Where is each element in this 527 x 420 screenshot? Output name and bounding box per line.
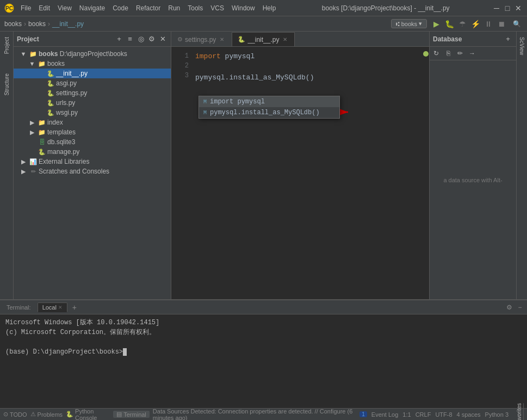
stop-button[interactable]: ⏹	[495, 18, 507, 30]
breadcrumb-file[interactable]: __init__.py	[52, 20, 84, 28]
todo-button[interactable]: ⊙ TODO	[3, 411, 27, 418]
menu-view[interactable]: View	[54, 3, 75, 13]
db-add-button[interactable]: +	[503, 34, 513, 44]
menu-bar[interactable]: File Edit View Navigate Code Refactor Ru…	[17, 3, 279, 13]
collapse-icon: ▼	[19, 50, 28, 58]
python-file-icon: 🐍	[46, 79, 55, 88]
file-tree: ▼ 📁 books D:\djangoProject\books ▼ 📁 boo…	[14, 47, 171, 299]
tree-file-label: db.sqlite3	[47, 138, 75, 146]
debug-button[interactable]: 🐛	[443, 18, 455, 30]
database-panel: Database + ↻ ⎘ ✏ → a data source with Al…	[429, 32, 516, 299]
menu-refactor[interactable]: Refactor	[133, 3, 164, 13]
menu-help[interactable]: Help	[259, 3, 280, 13]
menu-tools[interactable]: Tools	[184, 3, 206, 13]
position-indicator[interactable]: 1:1	[402, 411, 411, 418]
run-toolbar: ▶ 🐛 ☂ ⚡ ⏸ ⏹	[430, 18, 507, 30]
window-controls[interactable]: ─ □ ✕	[492, 4, 523, 13]
autocomplete-item-1[interactable]: M pymysql.install_as_MySQLdb()	[199, 107, 339, 118]
project-title: Project	[17, 35, 112, 43]
chevron-down-icon: ▾	[419, 20, 422, 27]
indent-selector[interactable]: 4 spaces	[457, 411, 481, 418]
db-copy-button[interactable]: ⎘	[443, 48, 454, 59]
spacer-icon	[36, 79, 45, 88]
tree-item-scratches[interactable]: ▶ ✏ Scratches and Consoles	[14, 166, 171, 176]
tree-item-books-folder[interactable]: ▼ 📁 books	[14, 59, 171, 69]
terminal-content[interactable]: Microsoft Windows [版本 10.0.19042.1415] (…	[0, 314, 527, 408]
search-everywhere-button[interactable]: 🔍	[511, 18, 523, 30]
python-console-button[interactable]: 🐍 Python Console	[66, 408, 110, 421]
tree-file-label: wsgi.py	[56, 109, 78, 116]
tree-folder-label: templates	[47, 128, 76, 136]
code-content[interactable]: import pymysql pymysql.install_as_MySQLd…	[193, 47, 423, 299]
run-button[interactable]: ▶	[430, 18, 442, 30]
tree-item-settings[interactable]: 🐍 settings.py	[14, 88, 171, 98]
profile-button[interactable]: ⚡	[469, 18, 481, 30]
problems-button[interactable]: ⚠ Problems	[30, 411, 63, 418]
spacer-icon	[36, 89, 45, 97]
db-arrow-button[interactable]: →	[467, 48, 478, 59]
terminal-tab-label[interactable]: Terminal:	[2, 303, 35, 312]
new-terminal-button[interactable]: +	[70, 302, 79, 312]
collapse-all-button[interactable]: ≡	[125, 34, 135, 44]
tree-item-urls[interactable]: 🐍 urls.py	[14, 98, 171, 108]
hide-panel-button[interactable]: ✕	[158, 34, 168, 44]
local-tab-close[interactable]: ✕	[58, 305, 63, 310]
branch-selector[interactable]: ⑆ books ▾	[391, 19, 427, 28]
terminal-settings-button[interactable]: ⚙	[504, 302, 514, 312]
app-logo: PC	[4, 3, 14, 13]
scview-tab[interactable]: ScView	[518, 34, 526, 58]
autocomplete-item-0[interactable]: M import pymysql	[199, 96, 339, 107]
tree-folder-label: books	[47, 60, 65, 67]
event-log-button[interactable]: Event Log	[371, 411, 399, 418]
tree-item-external-libs[interactable]: ▶ 📊 External Libraries	[14, 157, 171, 166]
menu-navigate[interactable]: Navigate	[76, 3, 108, 13]
tree-item-templates[interactable]: ▶ 📁 templates	[14, 127, 171, 137]
menu-vcs[interactable]: VCS	[207, 3, 227, 13]
code-line-3: pymysql.install_as_MySQLdb()	[195, 72, 420, 83]
tab-init[interactable]: 🐍 __init__.py ✕	[232, 32, 295, 46]
settings-gear-button[interactable]: ⚙	[147, 34, 157, 44]
menu-window[interactable]: Window	[228, 3, 258, 13]
code-editor[interactable]: 1 2 3 import pymysql pymysql.install_as_…	[171, 47, 429, 299]
folder-icon: 📊	[29, 157, 38, 166]
tab-init-close[interactable]: ✕	[281, 36, 289, 44]
project-toolbar: + ≡ ◎ ⚙ ✕	[114, 34, 168, 44]
menu-edit[interactable]: Edit	[35, 3, 53, 13]
favorites-tab[interactable]: Favorites	[515, 403, 524, 420]
terminal-minimize-button[interactable]: −	[515, 302, 525, 312]
new-file-button[interactable]: +	[114, 34, 124, 44]
statusbar: ⊙ TODO ⚠ Problems 🐍 Python Console ▤ Ter…	[0, 408, 527, 420]
tree-item-index[interactable]: ▶ 📁 index	[14, 118, 171, 127]
locate-file-button[interactable]: ◎	[136, 34, 146, 44]
maximize-button[interactable]: □	[503, 4, 512, 13]
tree-item-db[interactable]: 🗄 db.sqlite3	[14, 137, 171, 147]
minimize-button[interactable]: ─	[492, 4, 501, 13]
tree-item-init[interactable]: 🐍 __init__.py	[14, 69, 171, 78]
terminal-status-button[interactable]: ▤ Terminal	[113, 411, 150, 418]
breadcrumb-books-root[interactable]: books	[4, 20, 22, 28]
menu-file[interactable]: File	[17, 3, 34, 13]
coverage-button[interactable]: ☂	[456, 18, 468, 30]
tab-settings-close[interactable]: ✕	[218, 36, 226, 44]
close-button[interactable]: ✕	[514, 4, 523, 13]
tree-item-manage[interactable]: 🐍 manage.py	[14, 147, 171, 157]
pause-button[interactable]: ⏸	[482, 18, 494, 30]
menu-run[interactable]: Run	[165, 3, 183, 13]
menu-code[interactable]: Code	[109, 3, 132, 13]
tab-local[interactable]: Local ✕	[38, 302, 67, 312]
tree-item-root[interactable]: ▼ 📁 books D:\djangoProject\books	[14, 49, 171, 59]
python-version-indicator[interactable]: Python 3	[485, 411, 509, 418]
tab-settings[interactable]: ⚙ settings.py ✕	[171, 32, 232, 46]
branch-name: books	[401, 21, 417, 27]
sidebar-tab-project[interactable]: Project	[2, 34, 12, 57]
autocomplete-popup[interactable]: M import pymysql M pymysql.install_as_My…	[199, 96, 340, 119]
tree-item-wsgi[interactable]: 🐍 wsgi.py	[14, 108, 171, 118]
db-edit-button[interactable]: ✏	[455, 48, 466, 59]
db-refresh-button[interactable]: ↻	[431, 48, 442, 59]
sidebar-tab-structure[interactable]: Structure	[2, 70, 12, 99]
tree-item-asgi[interactable]: 🐍 asgi.py	[14, 78, 171, 88]
breadcrumb-books[interactable]: books	[28, 20, 46, 28]
navbar-right: ⑆ books ▾ ▶ 🐛 ☂ ⚡ ⏸ ⏹ 🔍	[391, 18, 523, 30]
line-ending-selector[interactable]: CRLF	[416, 411, 431, 418]
encoding-selector[interactable]: UTF-8	[435, 411, 452, 418]
